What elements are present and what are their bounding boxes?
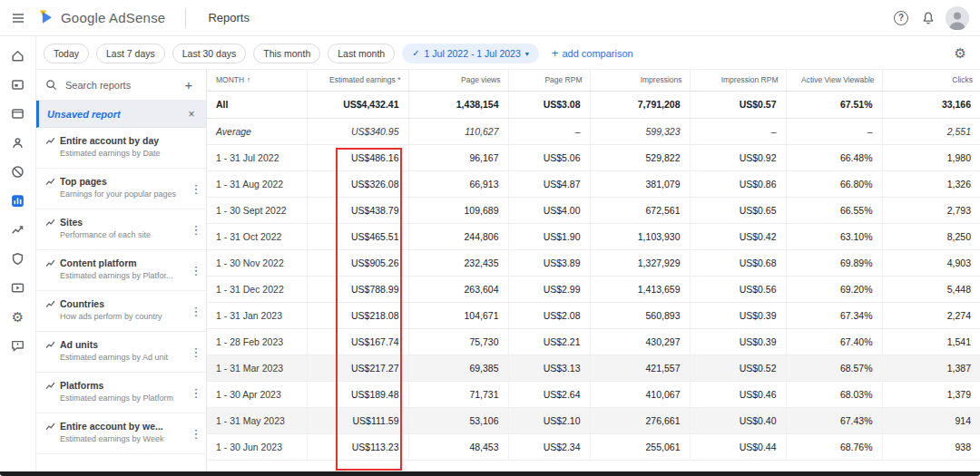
report-settings-button[interactable]: ⚙ — [955, 45, 966, 62]
report-item-menu-button[interactable]: ⋮ — [189, 381, 203, 404]
saved-report-item[interactable]: Entire account by day Estimated earnings… — [36, 128, 206, 169]
column-header-metric[interactable]: Impression RPM — [690, 70, 786, 91]
report-item-menu-button[interactable]: ⋮ — [189, 340, 203, 364]
metric-cell: US$2.34 — [508, 433, 590, 460]
month-cell: Average — [207, 118, 307, 144]
month-cell: 1 - 31 Jan 2023 — [207, 302, 307, 328]
unsaved-report-label: Unsaved report — [47, 109, 184, 120]
metric-cell: 5,448 — [882, 276, 980, 302]
metric-cell: US$2.08 — [508, 302, 590, 328]
report-item-menu-button[interactable]: ⋮ — [189, 218, 203, 241]
close-icon[interactable]: × — [184, 108, 199, 121]
saved-report-item[interactable]: Content platform Estimated earnings by P… — [36, 250, 206, 291]
date-preset-chip[interactable]: This month — [253, 44, 320, 63]
user-avatar-icon — [946, 6, 969, 30]
saved-report-item[interactable]: Sites Performance of each site ⋮ — [36, 209, 206, 250]
date-preset-chip[interactable]: Last 30 days — [172, 44, 247, 63]
date-preset-chip[interactable]: Last month — [328, 44, 395, 63]
saved-report-item[interactable]: Entire account by we... Estimated earnin… — [36, 413, 206, 454]
report-item-title: Countries — [60, 298, 104, 309]
report-item-menu-button[interactable]: ⋮ — [189, 177, 203, 200]
metric-cell: US$0.52 — [690, 355, 786, 381]
metric-cell: US$4.00 — [508, 197, 590, 223]
metric-cell: US$0.68 — [690, 249, 786, 276]
rail-optimization-button[interactable] — [2, 215, 34, 244]
month-cell: 1 - 31 Oct 2022 — [207, 223, 307, 249]
table-row: AverageUS$340.95110,627–599,323––2,551 — [207, 118, 980, 144]
search-icon — [45, 79, 57, 91]
date-preset-chip[interactable]: Today — [44, 44, 89, 63]
metric-cell: 599,323 — [590, 118, 690, 144]
report-item-description: Estimated earnings by Platform — [45, 393, 186, 403]
rail-settings-button[interactable]: ⚙ — [2, 302, 34, 331]
metric-cell: – — [690, 118, 786, 144]
app-name: Google AdSense — [61, 10, 165, 25]
column-header-metric[interactable]: Page views — [408, 70, 508, 91]
help-button[interactable]: ? — [887, 5, 915, 32]
unsaved-report-item[interactable]: Unsaved report × — [36, 101, 206, 128]
table-row: AllUS$4,432.411,438,154US$3.087,791,208U… — [207, 91, 980, 118]
rail-content-button[interactable] — [2, 99, 34, 128]
month-cell: 1 - 30 Sept 2022 — [207, 197, 307, 223]
column-header-metric[interactable]: Impressions — [590, 70, 690, 91]
metric-cell: 672,561 — [590, 197, 690, 223]
optimization-icon — [10, 222, 25, 238]
month-cell: 1 - 31 May 2023 — [207, 407, 307, 433]
saved-report-item[interactable]: Ad units Estimated earnings by Ad unit ⋮ — [36, 332, 206, 373]
filter-chip-label: Last 7 days — [106, 48, 155, 59]
saved-report-item[interactable]: Platforms Estimated earnings by Platform… — [36, 373, 206, 413]
column-header-month[interactable]: MONTH ↑ — [207, 70, 307, 91]
report-item-menu-button[interactable]: ⋮ — [189, 258, 203, 282]
metric-cell: 66.80% — [786, 170, 882, 197]
blocking-controls-icon — [10, 164, 25, 180]
add-comparison-button[interactable]: + add comparison — [552, 46, 633, 60]
saved-report-item[interactable]: Countries How ads perform by country ⋮ — [36, 291, 206, 332]
table-row: 1 - 30 Sept 2022US$438.79109,689US$4.006… — [207, 197, 980, 223]
metric-cell: US$788.99 — [307, 276, 408, 302]
content-icon — [10, 106, 25, 121]
column-header-metric[interactable]: Active View Viewable — [786, 70, 882, 91]
saved-report-item[interactable]: Top pages Earnings for your popular page… — [36, 169, 206, 209]
date-range-chip[interactable]: ✓ 1 Jul 2022 - 1 Jul 2023 ▾ — [402, 44, 539, 63]
main-menu-button[interactable] — [0, 0, 36, 36]
metric-cell: US$111.59 — [307, 407, 408, 433]
report-item-menu-button[interactable]: ⋮ — [189, 422, 203, 445]
rail-blocking-controls-button[interactable] — [2, 157, 34, 186]
rail-audience-button[interactable] — [2, 128, 34, 157]
search-reports-row[interactable]: Search reports + — [36, 70, 206, 101]
rail-brand-safety-button[interactable] — [2, 244, 34, 273]
report-item-description: Estimated earnings by Platfor... — [45, 271, 186, 280]
saved-report-icon — [45, 218, 55, 228]
metric-cell: US$4,432.41 — [307, 91, 408, 118]
column-header-metric[interactable]: Clicks — [882, 70, 980, 91]
column-header-metric[interactable]: Estimated earnings * — [307, 70, 408, 91]
rail-reports-button[interactable] — [2, 186, 34, 215]
date-preset-chip[interactable]: Last 7 days — [96, 44, 165, 63]
rail-feedback-button[interactable] — [2, 331, 34, 360]
rail-ads-button[interactable] — [2, 70, 34, 99]
column-header-metric[interactable]: Page RPM — [508, 70, 590, 91]
metric-cell: 1,541 — [882, 328, 980, 355]
top-app-bar: Google AdSense Reports ? — [0, 0, 980, 36]
metric-cell: 1,387 — [882, 355, 980, 381]
metric-cell: 109,689 — [408, 197, 508, 223]
new-report-button[interactable]: + — [181, 77, 197, 92]
metric-cell: US$0.39 — [690, 328, 786, 355]
notifications-button[interactable] — [915, 5, 942, 32]
table-row: 1 - 30 Jun 2023US$113.2348,453US$2.34255… — [207, 433, 980, 460]
report-item-menu-button[interactable]: ⋮ — [189, 299, 203, 323]
adsense-logo-icon — [37, 9, 54, 26]
metric-cell: US$2.21 — [508, 328, 590, 355]
rail-video-content-button[interactable] — [2, 273, 34, 302]
metric-cell: 48,453 — [408, 433, 508, 460]
date-filter-bar: Today Last 7 days Last 30 days This mont… — [36, 37, 980, 70]
rail-home-button[interactable] — [2, 41, 34, 70]
metric-cell: US$2.64 — [508, 381, 590, 407]
metric-cell: US$5.06 — [508, 144, 590, 170]
saved-report-icon — [45, 299, 55, 309]
search-reports-input[interactable]: Search reports — [65, 80, 181, 91]
metric-cell: 33,166 — [882, 91, 980, 118]
left-nav-rail: ⚙ — [0, 36, 36, 471]
chevron-down-icon: ▾ — [525, 50, 529, 58]
avatar[interactable] — [942, 3, 973, 34]
